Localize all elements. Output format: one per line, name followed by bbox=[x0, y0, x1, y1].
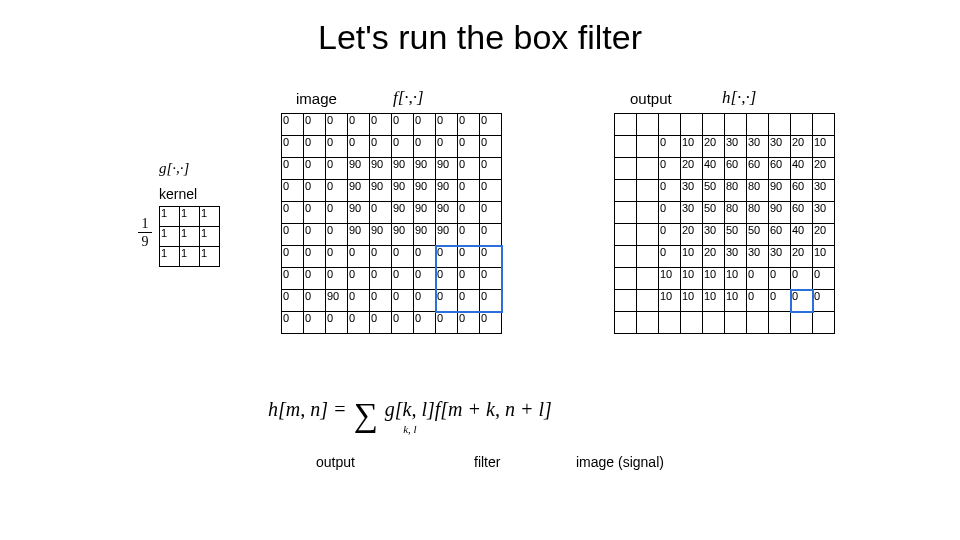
input-cell: 0 bbox=[458, 312, 480, 334]
input-cell: 0 bbox=[414, 246, 436, 268]
output-cell bbox=[725, 312, 747, 334]
output-cell: 20 bbox=[703, 246, 725, 268]
output-cell bbox=[615, 180, 637, 202]
input-cell: 0 bbox=[436, 114, 458, 136]
output-cell: 0 bbox=[659, 180, 681, 202]
output-cell bbox=[659, 114, 681, 136]
input-cell: 0 bbox=[414, 268, 436, 290]
output-cell bbox=[637, 312, 659, 334]
convolution-equation: h[m, n] = ∑k, l g[k, l]f[m + k, n + l] bbox=[268, 398, 552, 432]
output-cell bbox=[637, 114, 659, 136]
kernel-cell: 1 bbox=[160, 247, 180, 267]
output-cell: 50 bbox=[747, 224, 769, 246]
input-cell: 0 bbox=[370, 290, 392, 312]
eq-g-term: g[k, l] bbox=[385, 398, 435, 420]
input-cell: 90 bbox=[436, 224, 458, 246]
input-cell: 90 bbox=[414, 224, 436, 246]
input-cell: 90 bbox=[436, 158, 458, 180]
input-cell: 0 bbox=[304, 312, 326, 334]
caption-output: output bbox=[316, 454, 355, 470]
output-cell: 80 bbox=[725, 180, 747, 202]
output-cell bbox=[615, 224, 637, 246]
output-cell: 0 bbox=[659, 202, 681, 224]
kernel-scale-fraction: 1 9 bbox=[138, 216, 152, 250]
kernel-cell: 1 bbox=[180, 207, 200, 227]
output-cell: 80 bbox=[725, 202, 747, 224]
input-cell: 90 bbox=[436, 202, 458, 224]
input-cell: 90 bbox=[348, 180, 370, 202]
output-cell: 90 bbox=[769, 180, 791, 202]
output-cell: 30 bbox=[813, 180, 835, 202]
kernel-grid: 111111111 bbox=[159, 206, 220, 267]
output-cell: 0 bbox=[747, 290, 769, 312]
output-cell: 0 bbox=[659, 158, 681, 180]
output-cell: 30 bbox=[725, 246, 747, 268]
output-cell: 10 bbox=[659, 290, 681, 312]
input-cell: 0 bbox=[370, 246, 392, 268]
input-cell: 0 bbox=[282, 180, 304, 202]
input-cell: 0 bbox=[436, 312, 458, 334]
output-cell: 40 bbox=[791, 158, 813, 180]
output-cell: 80 bbox=[747, 202, 769, 224]
input-cell: 0 bbox=[282, 202, 304, 224]
output-cell: 10 bbox=[725, 268, 747, 290]
input-cell: 90 bbox=[436, 180, 458, 202]
input-cell: 0 bbox=[304, 290, 326, 312]
output-cell: 10 bbox=[681, 268, 703, 290]
output-cell: 60 bbox=[769, 224, 791, 246]
output-cell: 20 bbox=[813, 158, 835, 180]
output-cell: 50 bbox=[703, 202, 725, 224]
input-cell: 0 bbox=[326, 114, 348, 136]
input-grid: 0000000000000000000000090909090900000090… bbox=[281, 113, 502, 334]
input-cell: 90 bbox=[392, 224, 414, 246]
input-cell: 0 bbox=[348, 136, 370, 158]
input-cell: 0 bbox=[480, 268, 502, 290]
input-cell: 0 bbox=[458, 202, 480, 224]
slide-title: Let's run the box filter bbox=[0, 18, 960, 57]
output-cell bbox=[725, 114, 747, 136]
output-cell bbox=[703, 114, 725, 136]
output-cell: 0 bbox=[747, 268, 769, 290]
input-cell: 0 bbox=[458, 114, 480, 136]
input-cell: 0 bbox=[282, 114, 304, 136]
kernel-cell: 1 bbox=[160, 227, 180, 247]
output-label: output bbox=[630, 90, 672, 107]
input-cell: 0 bbox=[326, 136, 348, 158]
input-cell: 0 bbox=[414, 114, 436, 136]
input-cell: 0 bbox=[326, 158, 348, 180]
input-cell: 0 bbox=[326, 268, 348, 290]
output-cell: 10 bbox=[703, 268, 725, 290]
output-cell: 90 bbox=[769, 202, 791, 224]
output-cell: 20 bbox=[791, 246, 813, 268]
output-cell bbox=[615, 268, 637, 290]
output-cell bbox=[813, 312, 835, 334]
kernel-cell: 1 bbox=[200, 207, 220, 227]
fraction-numerator: 1 bbox=[138, 216, 152, 231]
output-cell bbox=[637, 290, 659, 312]
output-cell: 30 bbox=[813, 202, 835, 224]
kernel-label: kernel bbox=[159, 186, 197, 202]
input-cell: 0 bbox=[282, 268, 304, 290]
output-cell: 30 bbox=[769, 136, 791, 158]
kernel-cell: 1 bbox=[200, 247, 220, 267]
output-cell bbox=[659, 312, 681, 334]
input-cell: 0 bbox=[458, 246, 480, 268]
input-cell: 0 bbox=[414, 290, 436, 312]
output-cell: 60 bbox=[791, 202, 813, 224]
output-cell bbox=[747, 312, 769, 334]
input-cell: 0 bbox=[458, 268, 480, 290]
input-cell: 0 bbox=[436, 290, 458, 312]
output-cell: 0 bbox=[769, 290, 791, 312]
input-cell: 0 bbox=[348, 246, 370, 268]
output-cell: 30 bbox=[703, 224, 725, 246]
input-cell: 0 bbox=[458, 158, 480, 180]
output-cell bbox=[681, 312, 703, 334]
output-cell bbox=[615, 290, 637, 312]
input-cell: 0 bbox=[304, 114, 326, 136]
output-cell bbox=[637, 224, 659, 246]
input-cell: 0 bbox=[392, 114, 414, 136]
input-cell: 0 bbox=[282, 290, 304, 312]
input-cell: 90 bbox=[392, 180, 414, 202]
input-cell: 0 bbox=[282, 246, 304, 268]
eq-lhs: h[m, n] = bbox=[268, 398, 347, 420]
